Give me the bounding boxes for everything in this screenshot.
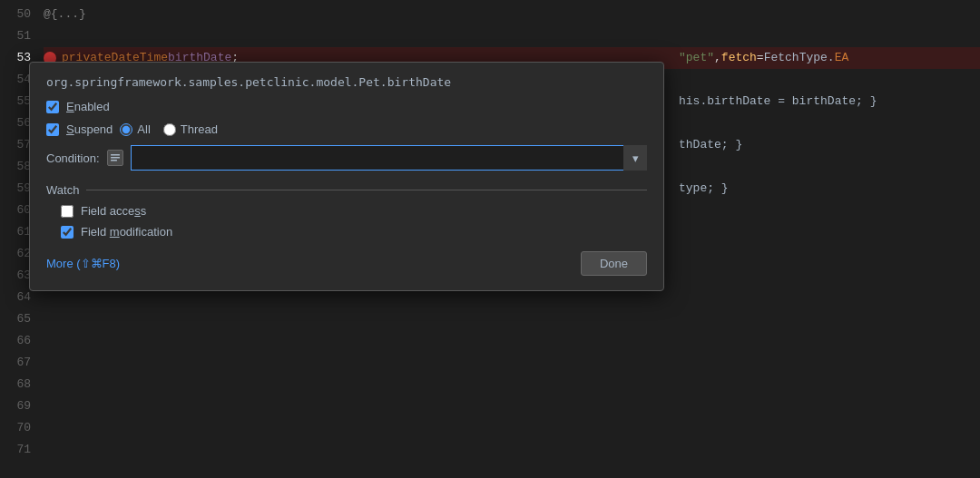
watch-options: Field access Field modification [46,204,647,239]
thread-radio[interactable] [163,123,176,136]
suspend-label: Suspend [66,122,113,136]
line-55: 55 [0,91,31,112]
enabled-checkbox[interactable] [46,101,59,113]
line-67: 67 [0,352,31,374]
line-66: 66 [0,330,31,352]
field-modification-checkbox[interactable] [61,226,74,239]
field-access-row: Field access [61,204,647,218]
svg-rect-1 [111,157,120,159]
suspend-row: Suspend All Thread [46,122,647,136]
line-62: 62 [0,243,31,265]
condition-history-icon[interactable] [107,150,123,166]
condition-row: Condition: [46,145,647,171]
thread-label: Thread [181,122,218,136]
condition-input[interactable] [131,145,647,171]
line-65: 65 [0,308,31,330]
enabled-label: Enabled [66,100,110,113]
suspend-checkbox[interactable] [46,123,59,136]
more-link[interactable]: More (⇧⌘F8) [46,257,120,270]
condition-label: Condition: [46,151,100,165]
line-61: 61 [0,221,31,243]
line-58: 58 [0,156,31,178]
line-54: 54 [0,69,31,91]
done-button[interactable]: Done [581,251,647,276]
condition-input-wrapper [131,145,647,171]
history-icon-svg [110,152,121,163]
enabled-row: Enabled [46,100,647,113]
watch-title-row: Watch [46,183,647,197]
line-63: 63 [0,265,31,287]
line-60: 60 [0,200,31,221]
line-50: 50 [0,4,31,25]
svg-rect-0 [111,154,120,156]
line-64: 64 [0,287,31,308]
all-option: All [120,122,150,136]
thread-option: Thread [163,122,218,136]
watch-divider [86,190,647,190]
code-line-51 [44,25,980,47]
line-71: 71 [0,439,31,461]
line-56: 56 [0,112,31,134]
breakpoint-title: org.springframework.samples.petclinic.mo… [46,75,647,89]
field-access-label: Field access [81,204,146,218]
field-modification-row: Field modification [61,225,647,239]
condition-dropdown-button[interactable] [623,145,647,171]
line-57: 57 [0,134,31,156]
all-radio[interactable] [120,123,132,136]
watch-section: Watch Field access Field modification [46,183,647,239]
suspend-radio-group: All Thread [120,122,218,136]
field-access-checkbox[interactable] [61,205,74,218]
code-line-50: @{...} [44,4,980,25]
svg-rect-2 [111,160,117,161]
all-label: All [137,122,150,136]
line-53: 53 [0,47,31,69]
bottom-row: More (⇧⌘F8) Done [46,251,647,276]
line-68: 68 [0,374,31,395]
line-70: 70 [0,417,31,439]
line-59: 59 [0,178,31,200]
watch-title: Watch [46,183,79,197]
breakpoint-popup: org.springframework.samples.petclinic.mo… [29,62,664,291]
field-modification-label: Field modification [81,225,172,239]
line-51: 51 [0,25,31,47]
line-69: 69 [0,395,31,417]
